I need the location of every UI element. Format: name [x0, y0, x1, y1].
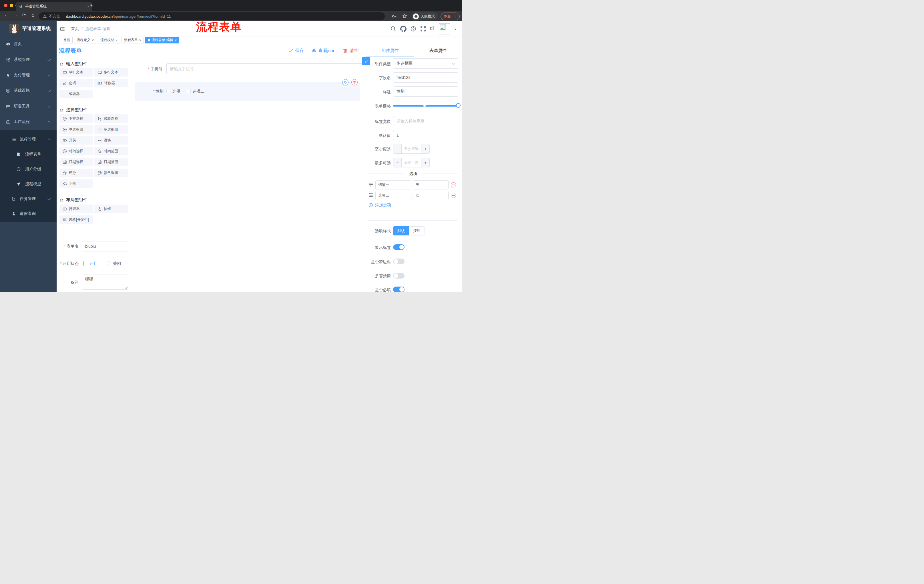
sidebar-item-process-mgmt[interactable]: 流程管理 [0, 132, 57, 147]
sidebar-item-infra[interactable]: 基础设施 [0, 83, 57, 98]
clear-button[interactable]: 清空 [343, 48, 358, 54]
form-remark-textarea[interactable]: 嘿嘿 [82, 275, 129, 290]
delete-component-button[interactable] [351, 79, 358, 86]
sidebar-item-system[interactable]: 系统管理 [0, 52, 57, 67]
component-rate[interactable]: 评分 [59, 169, 93, 177]
browser-menu-kebab-icon[interactable]: ⋮ [453, 14, 457, 18]
copy-component-button[interactable] [342, 79, 348, 86]
component-password[interactable]: 密码 [59, 79, 93, 87]
component-counter[interactable]: 123 计数器 [94, 79, 128, 87]
status-off-label[interactable]: 关闭 [113, 261, 121, 266]
avatar[interactable] [439, 23, 450, 35]
sidebar-item-home[interactable]: 首页 [0, 36, 57, 52]
sidebar-item-payment[interactable]: ¥ 支付管理 [0, 67, 57, 83]
component-date-range[interactable]: 日期范围 [94, 158, 128, 166]
view-json-button[interactable]: 查看json [312, 48, 335, 54]
max-select-value[interactable]: 最多可选 [402, 158, 421, 167]
tab-close-icon[interactable]: × [87, 4, 89, 8]
gender-option2-label[interactable]: 选项二 [192, 89, 205, 94]
show-label-switch[interactable] [393, 244, 404, 250]
add-option-button[interactable]: 添加选项 [368, 202, 391, 208]
stepper-increase-button[interactable]: + [421, 158, 429, 167]
drag-handle-icon[interactable] [368, 193, 374, 197]
sidebar-item-leave-query[interactable]: 请假查询 [0, 206, 57, 221]
component-color-picker[interactable]: 颜色选择 [94, 169, 128, 177]
default-value-input[interactable] [393, 130, 458, 140]
tag-close-icon[interactable]: × [116, 38, 117, 42]
macos-minimize-button[interactable] [10, 4, 13, 7]
key-icon[interactable] [392, 14, 397, 19]
bookmark-star-icon[interactable] [402, 13, 408, 19]
selected-component-gender[interactable]: *性别 选项一 选项二 [135, 82, 360, 101]
tag-process-model[interactable]: 流程模型 × [98, 37, 120, 43]
tag-close-icon[interactable]: × [139, 38, 141, 42]
stepper-decrease-button[interactable]: − [393, 158, 402, 167]
component-row-container[interactable]: 行容器 [59, 204, 93, 213]
resize-grip[interactable] [125, 286, 127, 289]
tag-close-icon[interactable]: × [92, 38, 94, 42]
sidebar-fold-icon[interactable] [60, 26, 65, 32]
component-single-line-text[interactable]: 单行文本 [59, 68, 93, 77]
remove-option-button[interactable] [451, 193, 456, 198]
required-switch[interactable] [393, 286, 404, 292]
component-type-select[interactable]: 多选框组 [393, 58, 458, 69]
avatar-caret-icon[interactable]: ▾ [455, 28, 456, 31]
font-size-icon[interactable]: tT [430, 26, 434, 31]
component-editor[interactable]: 编辑器 [59, 90, 93, 98]
tag-process-definition[interactable]: 流程定义 × [74, 37, 96, 43]
tag-process-form[interactable]: 流程表单 × [122, 37, 144, 43]
gender-option2-checkbox[interactable] [187, 89, 191, 93]
component-time-picker[interactable]: 时间选择 [59, 147, 93, 155]
drag-handle-icon[interactable] [368, 182, 374, 187]
sidebar-item-process-model[interactable]: 流程模型 [0, 176, 57, 191]
component-switch[interactable]: 开关 [59, 136, 93, 145]
stepper-decrease-button[interactable]: − [393, 144, 402, 153]
new-tab-button[interactable]: + [90, 3, 93, 8]
search-icon[interactable] [391, 26, 396, 32]
tag-close-icon[interactable]: × [175, 38, 177, 42]
sidebar-item-task-mgmt[interactable]: 任务管理 [0, 191, 57, 206]
fullscreen-icon[interactable] [420, 26, 426, 32]
grid-slider[interactable] [393, 105, 458, 107]
tag-home[interactable]: 首页 [61, 37, 73, 43]
component-button[interactable]: 按钮 [94, 204, 128, 213]
sidebar-item-workflow[interactable]: 工作流程 [0, 114, 57, 130]
component-date-picker[interactable]: 日期选择 [59, 158, 93, 166]
link-tag-button[interactable] [362, 57, 370, 65]
github-icon[interactable] [400, 26, 406, 32]
status-on-radio[interactable] [84, 261, 84, 266]
tab-form-props[interactable]: 表单属性 [414, 44, 462, 57]
form-name-input[interactable] [82, 241, 129, 252]
form-canvas[interactable]: *手机号 *性别 选项一 选项二 [129, 57, 366, 292]
phone-field-input[interactable] [167, 63, 363, 74]
home-icon[interactable]: ⌂ [31, 13, 34, 17]
tag-process-form-edit[interactable]: 流程表单-编辑 × [145, 37, 179, 43]
component-cascader[interactable]: 级联选择 [94, 114, 128, 123]
option-style-button[interactable]: 按钮 [409, 226, 425, 235]
stepper-increase-button[interactable]: + [421, 144, 429, 153]
reload-icon[interactable]: ⟳ [22, 13, 26, 17]
component-slider[interactable]: 滑块 [94, 136, 128, 145]
slider-handle[interactable] [456, 103, 460, 108]
forward-icon[interactable]: → [13, 13, 18, 17]
label-width-input[interactable] [393, 116, 458, 126]
help-icon[interactable] [411, 26, 416, 32]
component-multi-line-text[interactable]: 多行文本 [94, 68, 128, 77]
option1-value-input[interactable]: 男 [413, 180, 449, 189]
sidebar-item-user-group[interactable]: 用户分组 [0, 162, 57, 176]
min-select-value[interactable]: 至少应选 [402, 144, 421, 153]
field-name-input[interactable] [393, 72, 458, 82]
component-time-range[interactable]: 时间范围 [94, 147, 128, 155]
browser-tab[interactable]: 芋道管理系统 × [16, 2, 92, 11]
remove-option-button[interactable] [451, 182, 456, 188]
title-input[interactable] [393, 86, 458, 97]
option2-label-input[interactable]: 选项二 [375, 191, 411, 200]
sidebar-item-process-form[interactable]: 流程表单 [0, 147, 57, 162]
component-upload[interactable]: 上传 [59, 179, 93, 188]
option1-label-input[interactable]: 选项一 [375, 180, 411, 189]
option2-value-input[interactable]: 女 [413, 191, 449, 200]
status-on-label[interactable]: 开启 [89, 261, 97, 266]
sidebar-item-devtools[interactable]: 研发工具 [0, 99, 57, 114]
update-button[interactable]: 更新 ⋮ [441, 13, 460, 20]
component-select[interactable]: 下拉选择 [59, 114, 93, 123]
